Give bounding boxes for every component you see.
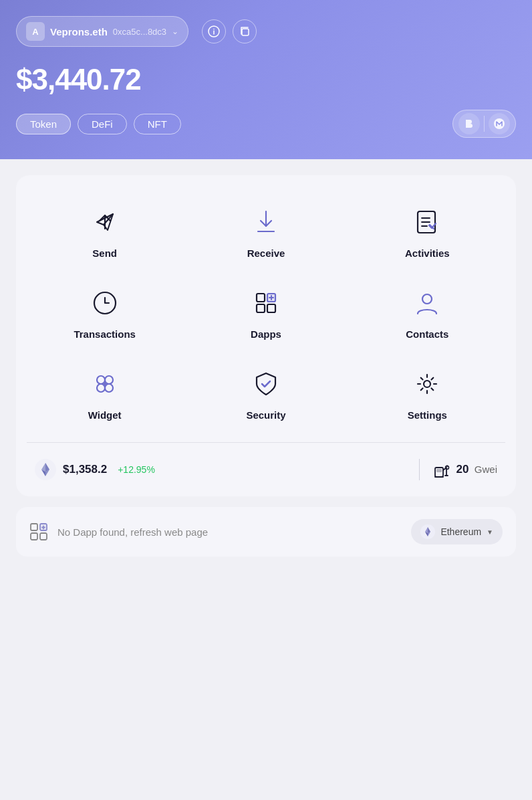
address-pill[interactable]: A Veprons.eth 0xca5c...8dc3 ⌄ [16,16,188,47]
transactions-icon [88,286,122,320]
network-name: Ethereum [440,526,481,537]
tab-token[interactable]: Token [16,114,71,134]
activities-button[interactable]: Activities [350,194,505,270]
widget-label: Widget [88,409,122,421]
security-label: Security [246,409,285,421]
card-divider [27,442,505,443]
info-icon [208,25,220,37]
send-button[interactable]: Send [27,194,182,270]
wallet-address: 0xca5c...8dc3 [113,27,166,37]
m-logo [493,117,506,130]
gas-value: 20 Gwei [456,463,497,476]
svg-rect-33 [436,469,442,472]
network-button[interactable]: Ethereum ▼ [411,519,503,544]
svg-point-21 [97,376,105,384]
b-logo [462,117,476,130]
svg-rect-17 [257,304,265,312]
settings-icon [410,367,444,401]
svg-point-25 [104,383,106,385]
svg-point-24 [105,384,113,392]
svg-rect-3 [242,29,249,35]
svg-rect-36 [31,533,37,540]
dropdown-arrow-icon: ▼ [487,528,493,536]
svg-point-22 [105,376,113,384]
gas-info: 20 Gwei [433,461,497,478]
actions-card: Send Receive [16,175,516,496]
send-label: Send [92,247,117,259]
gas-icon [433,461,450,478]
dapps-label: Dapps [251,328,281,340]
security-button[interactable]: Security [188,356,344,431]
dapp-message: No Dapp found, refresh web page [57,526,402,538]
eth-price: $1,358.2 [63,463,107,476]
dapps-icon [249,286,283,320]
protocol-divider [484,116,485,132]
gas-unit: Gwei [475,464,497,475]
dapp-bar-icon [29,522,48,541]
address-bar: A Veprons.eth 0xca5c...8dc3 ⌄ [16,16,516,47]
svg-point-23 [97,384,105,392]
receive-icon [249,205,283,239]
svg-point-20 [422,294,432,304]
info-button[interactable] [202,19,226,43]
eth-logo [35,459,56,480]
settings-label: Settings [408,409,447,421]
eth-change: +12.95% [118,464,155,475]
contacts-button[interactable]: Contacts [350,275,505,351]
asset-tabs: Token DeFi NFT [16,110,516,138]
receive-label: Receive [247,247,285,259]
action-grid: Send Receive [27,194,505,431]
widget-button[interactable]: Widget [27,356,182,431]
contacts-label: Contacts [406,328,448,340]
transactions-button[interactable]: Transactions [27,275,182,351]
protocol-icons[interactable] [452,110,516,138]
dapps-button[interactable]: Dapps [188,275,344,351]
svg-rect-35 [31,524,37,530]
ticker-row: $1,358.2 +12.95% 20 Gwei [27,454,505,486]
protocol-b-icon [458,113,480,134]
svg-rect-18 [267,304,275,312]
tab-nft[interactable]: NFT [134,114,181,134]
settings-button[interactable]: Settings [350,356,505,431]
activities-label: Activities [405,247,450,259]
transactions-label: Transactions [74,328,136,340]
svg-rect-16 [257,294,265,302]
wallet-name: Veprons.eth [50,26,108,37]
activities-icon [410,205,444,239]
avatar: A [26,22,45,41]
copy-button[interactable] [233,19,257,43]
ticker-eth-info: $1,358.2 +12.95% [35,459,406,480]
chevron-down-icon: ⌄ [172,27,178,36]
svg-point-26 [424,381,430,387]
receive-button[interactable]: Receive [188,194,344,270]
tab-defi[interactable]: DeFi [78,114,127,134]
balance-display: $3,440.72 [16,63,516,96]
copy-icon [239,25,251,37]
contacts-icon [410,286,444,320]
ticker-divider [419,459,420,480]
svg-rect-37 [40,533,47,540]
dapp-bar: No Dapp found, refresh web page Ethereum… [16,507,516,557]
hero-section: A Veprons.eth 0xca5c...8dc3 ⌄ [0,0,532,159]
security-icon [249,367,283,401]
send-icon [88,205,122,239]
widget-icon [88,367,122,401]
eth-network-icon [420,524,435,539]
protocol-m-icon [489,113,510,134]
svg-point-2 [213,29,215,30]
header-icons [202,19,257,43]
